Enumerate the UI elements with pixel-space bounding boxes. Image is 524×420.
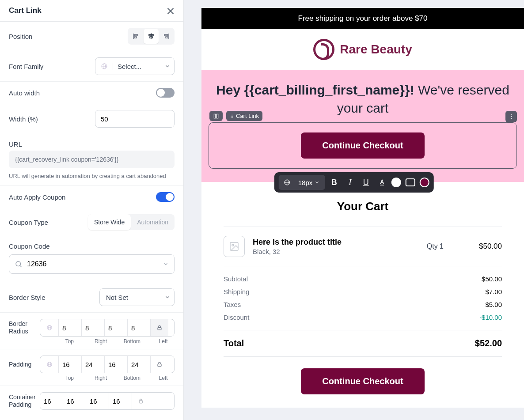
product-row: Here is the product title Black, 32 Qty … <box>224 227 502 266</box>
align-center-icon <box>148 33 155 40</box>
svg-point-26 <box>232 114 233 115</box>
url-row: URL <box>0 134 183 151</box>
font-family-select[interactable]: Select... <box>95 57 175 75</box>
globe-icon <box>40 319 59 336</box>
svg-point-27 <box>231 116 232 117</box>
brand-row: Rare Beauty <box>201 29 524 70</box>
text-toolbar: 18px B I U <box>274 172 434 193</box>
taxes-label: Taxes <box>224 301 241 308</box>
width-input[interactable] <box>95 110 175 128</box>
border-radius-row: Border Radius Top Right Bottom Left <box>0 313 183 349</box>
text-color-button[interactable] <box>375 176 388 189</box>
cpad-left-input[interactable] <box>109 393 132 409</box>
radius-top-input[interactable] <box>59 319 82 336</box>
grand-total-row: Total $52.00 <box>224 330 502 356</box>
border-style-label: Border Style <box>9 294 46 301</box>
underline-button[interactable]: U <box>359 176 372 189</box>
bold-button[interactable]: B <box>327 176 341 189</box>
url-field[interactable]: {{cart_recovery_link coupon='12636'}} <box>9 151 175 168</box>
container-button[interactable] <box>403 176 417 189</box>
border-style-row: Border Style Not Set <box>0 282 183 313</box>
container-padding-quad <box>40 392 175 410</box>
coupon-code-search[interactable] <box>9 254 175 274</box>
width-label: Width (%) <box>9 115 38 123</box>
total-label: Total <box>224 338 244 348</box>
align-left-icon <box>133 33 140 40</box>
container-padding-row: Container Padding <box>0 386 183 410</box>
align-left-button[interactable] <box>129 29 144 44</box>
shipping-label: Shipping <box>224 288 249 295</box>
email-preview: Free shipping on your order above $70 Ra… <box>184 0 524 420</box>
edge-labels: Top Right Bottom Left <box>9 337 175 349</box>
padding-right-input[interactable] <box>82 356 105 373</box>
email-canvas: Free shipping on your order above $70 Ra… <box>201 8 524 408</box>
bg-color-swatch[interactable] <box>391 178 401 187</box>
coupon-code-input[interactable] <box>27 260 158 268</box>
auto-apply-label: Auto Apply Coupon <box>9 193 65 201</box>
padding-top-input[interactable] <box>59 356 82 373</box>
product-price: $50.00 <box>479 242 502 251</box>
product-title: Here is the product title <box>253 238 342 247</box>
svg-point-40 <box>232 244 234 246</box>
position-row: Position <box>0 22 183 51</box>
coupon-type-segmented: Store Wide Automation <box>88 214 175 230</box>
padding-left-input[interactable] <box>128 356 151 373</box>
font-family-value: Select... <box>113 63 161 70</box>
brand-name: Rare Beauty <box>340 42 412 57</box>
chip-label: Cart Link <box>236 113 259 119</box>
coupon-type-label: Coupon Type <box>9 219 48 226</box>
border-radius-label: Border Radius <box>9 320 34 335</box>
accent-color-swatch[interactable] <box>419 178 429 187</box>
product-qty: Qty 1 <box>427 242 444 250</box>
svg-rect-7 <box>164 34 168 36</box>
border-style-value: Not Set <box>100 294 161 301</box>
chevron-down-icon <box>161 63 174 69</box>
svg-point-31 <box>511 114 512 115</box>
close-icon[interactable] <box>167 7 175 15</box>
svg-point-25 <box>231 114 232 115</box>
kebab-button[interactable] <box>505 111 517 122</box>
padding-row: Padding Top Right Bottom Left <box>0 349 183 386</box>
italic-button[interactable]: I <box>343 176 357 189</box>
cart-link-block[interactable]: Continue Checkout <box>209 122 517 169</box>
url-label: URL <box>9 140 22 148</box>
radius-bottom-input[interactable] <box>105 319 128 336</box>
cart-link-chip[interactable]: Cart Link <box>226 111 262 121</box>
lock-icon[interactable] <box>151 356 168 373</box>
cpad-bottom-input[interactable] <box>86 393 109 409</box>
svg-point-12 <box>16 261 21 266</box>
store-wide-button[interactable]: Store Wide <box>88 214 131 230</box>
coupon-code-label: Coupon Code <box>9 242 50 250</box>
align-right-button[interactable] <box>159 29 174 44</box>
cpad-top-input[interactable] <box>40 393 63 409</box>
columns-chip[interactable] <box>209 111 223 121</box>
globe-icon[interactable] <box>281 176 294 189</box>
padding-quad <box>40 356 175 373</box>
hero-section: Hey {{cart_billing_first_name}}! We've r… <box>201 70 524 182</box>
edge-labels: Top Right Bottom Left <box>9 373 175 386</box>
discount-value: -$10.00 <box>479 314 502 321</box>
radius-left-input[interactable] <box>128 319 151 336</box>
border-style-select[interactable]: Not Set <box>99 288 175 306</box>
continue-checkout-button[interactable]: Continue Checkout <box>301 132 424 159</box>
shipping-banner: Free shipping on your order above $70 <box>201 8 524 29</box>
kebab-icon <box>508 114 514 120</box>
font-size-select[interactable]: 18px <box>295 177 323 188</box>
align-center-button[interactable] <box>144 29 159 44</box>
auto-apply-row: Auto Apply Coupon <box>0 186 183 208</box>
auto-width-row: Auto width <box>0 82 183 104</box>
cpad-right-input[interactable] <box>63 393 86 409</box>
discount-label: Discount <box>224 314 249 321</box>
continue-checkout-button-2[interactable]: Continue Checkout <box>301 368 424 394</box>
align-right-icon <box>163 33 170 40</box>
auto-apply-toggle[interactable] <box>156 192 175 202</box>
image-placeholder-icon <box>224 236 245 257</box>
radius-right-input[interactable] <box>82 319 105 336</box>
lock-icon[interactable] <box>132 393 150 409</box>
position-segmented <box>128 28 175 45</box>
lock-icon[interactable] <box>151 319 168 336</box>
automation-button[interactable]: Automation <box>131 214 175 230</box>
padding-bottom-input[interactable] <box>105 356 128 373</box>
auto-width-toggle[interactable] <box>156 88 175 98</box>
cart-section: Your Cart Here is the product title Blac… <box>201 182 524 408</box>
